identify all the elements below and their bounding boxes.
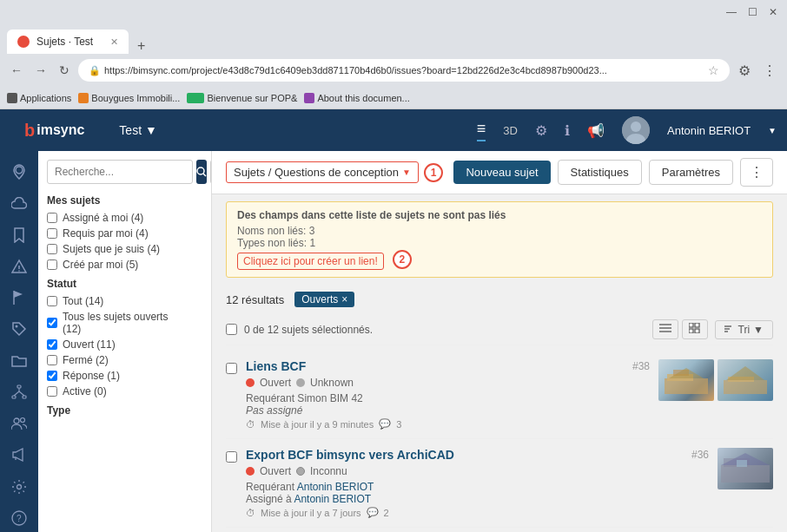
reload-button[interactable]: ↻ <box>56 60 73 81</box>
sidebar-icon-location[interactable] <box>3 158 35 186</box>
svg-line-21 <box>203 174 206 176</box>
menu-button[interactable]: ⋮ <box>759 59 780 82</box>
annotation-1: 1 <box>424 163 443 182</box>
issue-36-title[interactable]: Export BCF bimsync vers ArchiCAD <box>246 448 454 462</box>
issue-38-title[interactable]: Liens BCF <box>246 359 306 373</box>
filter-required-me-label: Requis par moi (4) <box>63 227 149 240</box>
clock-icon-36: ⏱ <box>246 508 255 518</box>
sidebar-icon-flag[interactable] <box>3 284 35 312</box>
back-button[interactable]: ← <box>7 60 26 81</box>
issue-36-checkbox[interactable] <box>226 451 237 463</box>
active-tab[interactable]: Sujets · Test ✕ <box>7 30 129 54</box>
sidebar-icon-help[interactable]: ? <box>3 504 35 532</box>
forward-button[interactable]: → <box>31 60 50 81</box>
issue-38-tags: Ouvert Unknown <box>246 377 650 389</box>
sidebar-icon-folder[interactable] <box>3 347 35 375</box>
filter-active-checkbox[interactable] <box>47 386 57 397</box>
list-view-button[interactable] <box>652 319 678 339</box>
issue-38-type-dot <box>296 378 305 387</box>
sidebar-icon-tag[interactable] <box>3 315 35 343</box>
bookmark-pop[interactable]: Bienvenue sur POP& <box>187 93 297 103</box>
sidebar-icon-bookmark[interactable] <box>3 221 35 249</box>
search-input[interactable] <box>47 160 193 184</box>
close-button[interactable]: ✕ <box>766 5 780 19</box>
nav-icon-settings[interactable]: ⚙ <box>535 122 547 139</box>
cloud-icon <box>11 197 27 209</box>
bookmark-bouygues[interactable]: Bouygues Immobili... <box>78 93 180 103</box>
sidebar-icon-announce[interactable] <box>3 441 35 469</box>
new-tab-button[interactable]: + <box>132 38 150 54</box>
sidebar-icon-settings[interactable] <box>3 473 35 501</box>
bouygues-icon <box>78 93 89 103</box>
issue-36-comments-icon: 💬 <box>367 507 379 518</box>
help-icon: ? <box>11 510 27 526</box>
issue-38-status-dot <box>246 378 255 387</box>
new-issue-button[interactable]: Nouveau sujet <box>453 161 550 184</box>
type-section: Type <box>47 404 202 417</box>
user-name-text[interactable]: Antonin BERIOT <box>667 124 751 137</box>
address-bar: ← → ↻ 🔒 https://bimsync.com/project/e43d… <box>0 54 787 87</box>
bookmark-apps[interactable]: Applications <box>7 93 71 103</box>
results-count: 12 résultats <box>226 293 284 306</box>
nav-icon-list[interactable]: ≡ <box>477 120 486 141</box>
logo[interactable]: bimsync <box>10 121 98 141</box>
filter-required-me-checkbox[interactable] <box>47 228 57 239</box>
svg-rect-9 <box>12 396 16 398</box>
mes-sujets-title: Mes sujets <box>47 194 202 207</box>
tab-close-button[interactable]: ✕ <box>110 36 118 48</box>
address-input[interactable]: 🔒 https://bimsync.com/project/e43d8c79d1… <box>78 59 730 82</box>
issue-36-requester-link[interactable]: Antonin BERIOT <box>297 481 374 493</box>
select-all-checkbox[interactable] <box>226 324 237 335</box>
bookmark-about[interactable]: About this documen... <box>304 93 409 103</box>
nav-icon-3d[interactable]: 3D <box>503 124 518 137</box>
more-button[interactable]: ⋮ <box>740 158 773 187</box>
filter-following-checkbox[interactable] <box>47 244 57 254</box>
sidebar-icon-warning[interactable] <box>3 253 35 280</box>
nav-icon-info[interactable]: ℹ <box>565 122 570 139</box>
issue-38-checkbox[interactable] <box>226 363 237 374</box>
warning-banner: Des champs dans cette liste de sujets ne… <box>226 201 773 278</box>
issue-38-thumbnails <box>658 359 773 401</box>
tab-title: Sujets · Test <box>36 36 93 48</box>
filter-tag-remove-icon[interactable]: × <box>341 293 347 305</box>
bookmark-star-icon[interactable]: ☆ <box>708 63 719 77</box>
filter-all-open-checkbox[interactable] <box>47 318 57 328</box>
svg-rect-8 <box>17 385 21 388</box>
sort-button[interactable]: Tri ▼ <box>715 320 773 339</box>
minimize-button[interactable]: — <box>724 5 738 19</box>
filter-ferme-checkbox[interactable] <box>47 355 57 365</box>
filter-tag-ouverts[interactable]: Ouverts × <box>294 292 354 307</box>
user-avatar[interactable] <box>622 116 650 144</box>
breadcrumb-container: Sujets / Questions de conception ▼ 1 <box>226 161 443 183</box>
issue-36-assignee-link[interactable]: Antonin BERIOT <box>294 493 371 505</box>
extensions-button[interactable]: ⚙ <box>735 59 754 82</box>
statistics-button[interactable]: Statistiques <box>558 160 642 185</box>
type-title: Type <box>47 404 202 417</box>
parameters-button[interactable]: Paramètres <box>649 160 733 185</box>
issue-36-status-label: Ouvert <box>260 465 291 477</box>
pop-icon <box>187 93 204 103</box>
filter-created-me-checkbox[interactable] <box>47 259 57 270</box>
sidebar-icon-users[interactable] <box>3 410 35 437</box>
warning-link-button[interactable]: Cliquez ici pour créer un lien! <box>237 253 384 270</box>
issue-36-thumb1-inner <box>718 448 773 489</box>
filter-tout-checkbox[interactable] <box>47 296 57 306</box>
issue-36-type-dot <box>296 467 305 476</box>
svg-line-13 <box>19 391 24 396</box>
user-dropdown-arrow[interactable]: ▼ <box>768 126 777 135</box>
project-selector[interactable]: Test ▼ <box>112 123 164 137</box>
sidebar-icon-cloud[interactable] <box>3 189 35 217</box>
filter-assigned-me-checkbox[interactable] <box>47 213 57 223</box>
view-buttons <box>652 319 708 339</box>
sidebar-icon-network[interactable] <box>3 378 35 406</box>
maximize-button[interactable]: ☐ <box>745 5 759 19</box>
grid-view-button[interactable] <box>682 319 708 339</box>
filter-panel: Mes sujets Assigné à moi (4) Requis par … <box>38 151 212 532</box>
flag-icon <box>12 290 26 305</box>
search-button[interactable] <box>196 160 207 184</box>
filter-ouvert-checkbox[interactable] <box>47 339 57 350</box>
nav-icon-announce[interactable]: 📢 <box>587 122 605 139</box>
issue-36-assignee: Assigné à Antonin BERIOT <box>246 493 709 505</box>
breadcrumb-dropdown[interactable]: Sujets / Questions de conception ▼ <box>226 161 419 183</box>
filter-reponse-checkbox[interactable] <box>47 371 57 381</box>
